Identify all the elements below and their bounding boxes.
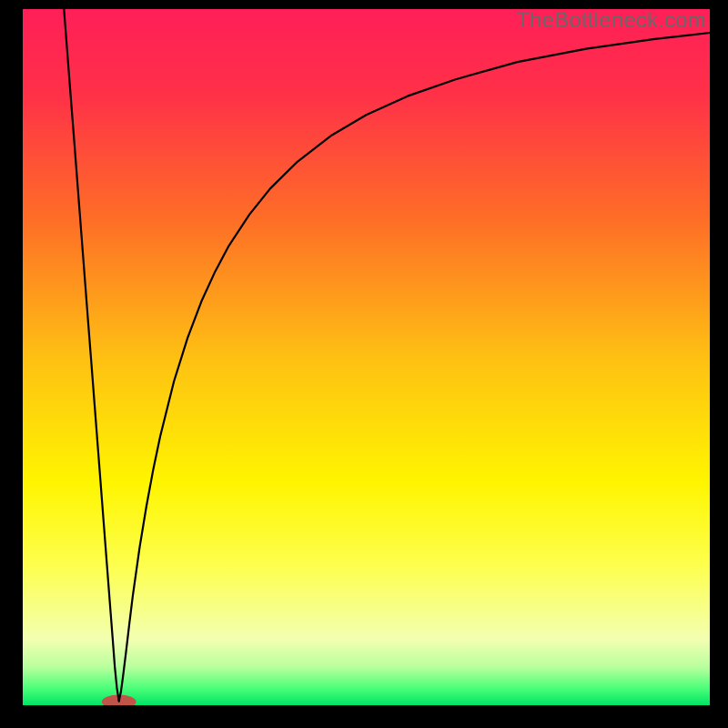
chart-frame: TheBottleneck.com <box>0 0 728 728</box>
chart-svg <box>23 9 710 705</box>
gradient-background <box>23 9 710 705</box>
plot-area <box>23 9 710 705</box>
